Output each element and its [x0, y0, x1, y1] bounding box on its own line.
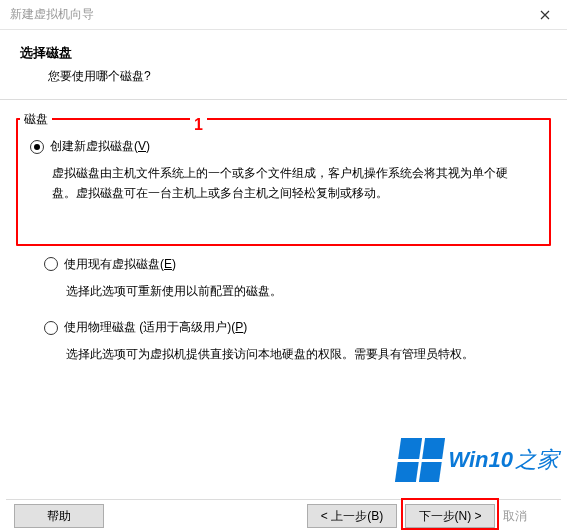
radio-create-new-disk[interactable]: 创建新虚拟磁盘(V): [30, 138, 537, 155]
content-area: 磁盘 1 创建新虚拟磁盘(V) 虚拟磁盘由主机文件系统上的一个或多个文件组成，客…: [0, 100, 567, 389]
next-button-wrap: 下一步(N) >: [405, 504, 495, 528]
page-subtitle: 您要使用哪个磁盘?: [20, 68, 547, 85]
radio-icon: [44, 321, 58, 335]
wizard-header: 选择磁盘 您要使用哪个磁盘?: [0, 30, 567, 100]
watermark-text: Win10之家: [448, 445, 559, 475]
radio-label: 创建新虚拟磁盘(V): [50, 138, 150, 155]
option-physical-desc: 选择此选项可为虚拟机提供直接访问本地硬盘的权限。需要具有管理员特权。: [44, 340, 535, 378]
wizard-footer: 帮助 < 上一步(B) 下一步(N) > 取消: [0, 498, 567, 530]
disk-groupbox: 磁盘 1 创建新虚拟磁盘(V) 虚拟磁盘由主机文件系统上的一个或多个文件组成，客…: [16, 118, 551, 246]
radio-icon: [44, 257, 58, 271]
page-title: 选择磁盘: [20, 44, 547, 62]
option-create-desc: 虚拟磁盘由主机文件系统上的一个或多个文件组成，客户机操作系统会将其视为单个硬盘。…: [30, 159, 537, 218]
option-existing-desc: 选择此选项可重新使用以前配置的磁盘。: [44, 277, 535, 315]
windows-logo-icon: [395, 438, 445, 482]
next-button[interactable]: 下一步(N) >: [405, 504, 495, 528]
radio-label: 使用现有虚拟磁盘(E): [64, 256, 176, 273]
back-button[interactable]: < 上一步(B): [307, 504, 397, 528]
radio-label: 使用物理磁盘 (适用于高级用户)(P): [64, 319, 247, 336]
radio-use-existing-disk[interactable]: 使用现有虚拟磁盘(E): [44, 256, 535, 273]
radio-icon: [30, 140, 44, 154]
other-options: 使用现有虚拟磁盘(E) 选择此选项可重新使用以前配置的磁盘。 使用物理磁盘 (适…: [16, 246, 551, 379]
watermark: Win10之家: [398, 438, 559, 482]
titlebar: 新建虚拟机向导: [0, 0, 567, 30]
window-controls: [522, 0, 567, 29]
annotation-1: 1: [190, 116, 207, 134]
groupbox-label: 磁盘: [20, 111, 52, 128]
cancel-button-fragment[interactable]: 取消: [503, 504, 553, 528]
radio-use-physical-disk[interactable]: 使用物理磁盘 (适用于高级用户)(P): [44, 319, 535, 336]
close-icon[interactable]: [522, 0, 567, 29]
window-title: 新建虚拟机向导: [10, 6, 94, 23]
help-button[interactable]: 帮助: [14, 504, 104, 528]
